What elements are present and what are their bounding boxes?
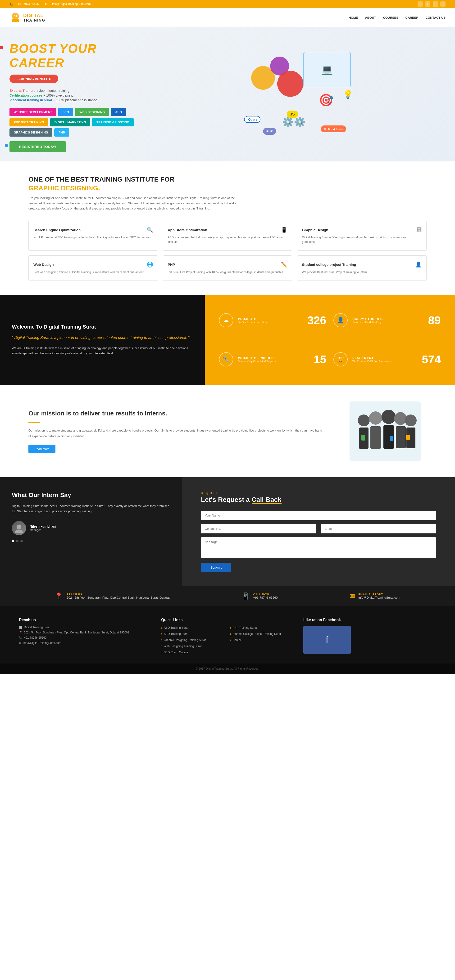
bulb-illustration: 💡 (343, 90, 353, 99)
form-contact-input[interactable] (201, 524, 316, 533)
services-grid: Search Engine Optimization 🔍 No. 1 Profe… (29, 221, 426, 281)
submit-button[interactable]: Submit (201, 563, 231, 572)
form-email-input[interactable] (321, 524, 436, 533)
hero-section: BOOST YOUR CAREER LEARNING BENEFITS Expe… (0, 27, 455, 161)
nav-home[interactable]: HOME (349, 16, 358, 19)
svg-rect-15 (390, 436, 393, 441)
dot-3[interactable] (21, 540, 23, 542)
about-section: ONE OF THE BEST TRAINING INSTITUTE FOR G… (0, 161, 455, 295)
footer-links-title: Quick Links (161, 618, 294, 622)
circle-red-deco: 🎯 (277, 71, 303, 97)
dot-1[interactable] (12, 540, 14, 542)
contact-bar: 📍 REACH US 502 - 5th floor, Sundaram Plu… (0, 586, 455, 606)
phone-icon: 📞 (10, 2, 13, 6)
tag-graphics[interactable]: GRAPHICS DESIGNING (10, 128, 53, 137)
dot-2[interactable] (16, 540, 19, 542)
footer-bottom: © 2017 Digital Training Surat. All Right… (0, 663, 455, 674)
mission-description: Our mission is to make students and grad… (29, 428, 325, 439)
footer-link-web[interactable]: Web Designing Training Surat (161, 644, 225, 648)
about-title-line1: ONE OF THE BEST TRAINING INSTITUTE FOR (29, 176, 426, 183)
register-button[interactable]: REGISTERED TODAY! (10, 141, 66, 152)
hero-illustration-area: 🎯 💻 💡 ⚙️⚙️ jQuery JS PHP HTML & CSS (152, 49, 445, 144)
footer-email-icon: ✉ (19, 641, 21, 644)
stat-finished-icon: 🔧 (219, 352, 233, 366)
service-title-php: PHP (168, 262, 175, 267)
tag-web-design[interactable]: WEB DESIGNING (75, 108, 109, 116)
testimonial-title-highlight: Our Intern (29, 492, 59, 498)
footer-link-college[interactable]: Student College Project Training Surat (230, 632, 294, 636)
feature-3: Placement training in surat + 100% place… (10, 98, 152, 102)
service-title-college: Student college project Training (302, 262, 356, 267)
top-bar: 📞 +91-78746-65560 ✉ info@DigitalTraining… (0, 0, 455, 8)
feature-1: Experts Trainers + Job oriented training (10, 89, 152, 92)
linkedin-icon[interactable]: in (440, 2, 445, 6)
footer-link-seo[interactable]: SEO Training Surat (161, 632, 225, 636)
email-address: info@DigitalTrainingSurat.com (52, 2, 91, 6)
footer-link-graphic[interactable]: Graphic Designing Training Surat (161, 638, 225, 642)
facebook-icon[interactable]: f (418, 2, 423, 6)
tag-project-training[interactable]: PROJECT TRAINING (10, 118, 48, 126)
monitor-illustration: 💻 (303, 52, 351, 88)
tag-aso[interactable]: ASO (111, 108, 126, 116)
svg-point-4 (358, 415, 370, 426)
service-icon-php: ✏️ (281, 262, 287, 268)
stat-finished-value: 15 (307, 353, 326, 366)
nav-career[interactable]: CAREER (406, 16, 418, 19)
stats-section: Welcome To Digital Training Surat " Digi… (0, 295, 455, 385)
footer-link-career[interactable]: Career (230, 638, 294, 642)
target-icon: 🎯 (319, 93, 334, 107)
students-image (350, 401, 421, 461)
about-description: Are you looking for one of the best inst… (29, 196, 242, 211)
service-card-seo: Search Engine Optimization 🔍 No. 1 Profe… (29, 221, 158, 250)
nav-contact[interactable]: CONTACT US (426, 16, 445, 19)
person-name: Nilesh kumbhani (30, 525, 56, 528)
form-name-input[interactable] (201, 511, 436, 520)
service-title-seo: Search Engine Optimization (34, 228, 81, 232)
footer-link-php[interactable]: PHP Training Surat (230, 626, 294, 630)
nav-about[interactable]: ABOUT (365, 16, 376, 19)
service-desc-college: We provide Best Industrial Project Train… (302, 270, 421, 275)
svg-point-12 (405, 415, 417, 426)
twitter-icon[interactable]: t (425, 2, 430, 6)
svg-text:DT: DT (13, 15, 18, 18)
main-nav: HOME ABOUT COURSES CAREER CONTACT US (349, 16, 445, 19)
top-bar-left: 📞 +91-78746-65560 ✉ info@DigitalTraining… (10, 2, 91, 6)
form-message-textarea[interactable] (201, 537, 436, 558)
nav-courses[interactable]: COURSES (383, 16, 398, 19)
service-icon-college: 👤 (415, 262, 421, 268)
tag-seo[interactable]: SEO (58, 108, 73, 116)
svg-point-6 (369, 411, 382, 425)
deco-sq1 (0, 46, 3, 49)
footer-building-icon: 🏢 (19, 626, 22, 629)
svg-point-10 (394, 412, 407, 425)
logo-text: DIGITAL TRAINING (23, 13, 45, 22)
footer-reach-us: Reach us 🏢 Digital Training Surat 📍 502 … (19, 618, 152, 656)
footer-phone: 📞 +91-78746-65560 (19, 636, 152, 640)
logo: DT DIGITAL TRAINING (10, 11, 45, 24)
read-more-button[interactable]: Read more (29, 445, 56, 453)
stats-desc: We are IT training institute with the mi… (12, 345, 193, 356)
footer-facebook-title: Like us on Facebook (303, 618, 436, 622)
tag-digital-marketing[interactable]: DIGITAL MARKETING (50, 118, 90, 126)
person-role: Manager (30, 528, 56, 532)
tag-php[interactable]: PHP (54, 128, 69, 137)
tag-website-dev[interactable]: WEBSITE DEVELOPMENT (10, 108, 56, 116)
tag-training-hosting[interactable]: TRAINING & HOSTING (92, 118, 134, 126)
footer-link-aso[interactable]: ASO Training Surat (161, 626, 225, 630)
mission-right (343, 401, 426, 461)
person-avatar (12, 521, 26, 535)
stat-placement: 🏆 PLACEMENT We Provide 100% Job Placemen… (334, 352, 441, 366)
facebook-widget[interactable]: f (303, 626, 351, 654)
stat-placement-sub: We Provide 100% Job Placement (353, 360, 417, 363)
stat-projects-icon: ☁ (219, 313, 233, 328)
footer-link-seo-crash[interactable]: SEO Crash Course (161, 650, 225, 654)
label-js: JS (287, 111, 298, 118)
footer-company-name: 🏢 Digital Training Surat (19, 626, 152, 629)
benefit-button[interactable]: LEARNING BENEFITS (10, 75, 58, 83)
email-bar-value: info@DigitalTrainingSurat.com (359, 596, 400, 599)
googleplus-icon[interactable]: g+ (433, 2, 438, 6)
footer-phone-icon: 📞 (19, 636, 22, 640)
phone-number: +91-78746-65560 (18, 2, 40, 6)
stat-finished-label: PROJECTS FINISHED (238, 356, 303, 360)
stat-projects-sub: By Our Experienced Team (238, 321, 303, 324)
